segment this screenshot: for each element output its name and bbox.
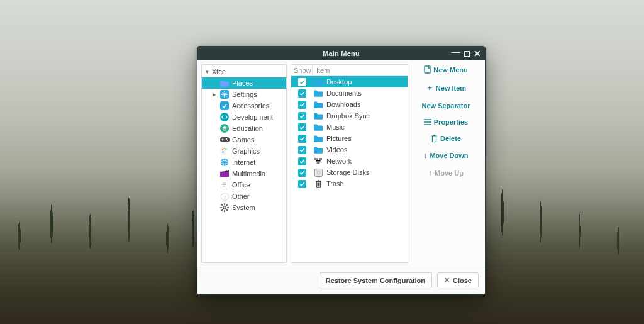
tree-item-label: Education — [232, 125, 263, 132]
maximize-icon[interactable] — [464, 51, 470, 57]
new-item-button[interactable]: ＋ New Item — [426, 82, 466, 93]
svg-point-2 — [223, 93, 226, 96]
delete-button[interactable]: Delete — [431, 135, 461, 142]
item-label: Storage Disks — [326, 169, 369, 176]
folder-icon — [313, 90, 324, 97]
window-controls: — ✕ — [452, 47, 481, 60]
move-up-button: ↑ Move Up — [428, 169, 464, 177]
tree-item-label: Multimedia — [232, 170, 265, 177]
restore-button[interactable]: Restore System Configuration — [319, 272, 432, 288]
show-checkbox[interactable] — [291, 89, 313, 98]
caret-right-icon: ▸ — [213, 91, 219, 98]
list-item[interactable]: Network — [291, 155, 408, 167]
list-item[interactable]: Videos — [291, 144, 408, 155]
new-separator-button[interactable]: New Separator — [421, 102, 470, 109]
arrow-up-icon: ↑ — [428, 169, 432, 177]
tree-item-graphics[interactable]: Graphics — [202, 145, 286, 157]
titlebar[interactable]: Main Menu — ✕ — [197, 47, 485, 60]
folder-icon — [313, 147, 324, 154]
window-body: ▾ Xfce Places▸SettingsAccessoriesDevelop… — [197, 60, 485, 267]
tree-item-label: Internet — [232, 159, 255, 166]
svg-point-8 — [227, 140, 228, 141]
list-item[interactable]: Pictures — [291, 133, 408, 144]
tree-item-settings[interactable]: ▸Settings — [202, 89, 286, 100]
list-item[interactable]: Music — [291, 121, 408, 133]
document-icon — [424, 65, 431, 74]
dev-icon — [219, 113, 230, 121]
minimize-icon[interactable]: — — [452, 48, 460, 57]
svg-rect-36 — [425, 66, 430, 73]
show-checkbox[interactable] — [291, 169, 313, 177]
tree-item-system[interactable]: System — [202, 202, 286, 213]
svg-point-12 — [225, 148, 226, 150]
svg-rect-17 — [220, 172, 229, 177]
folder-icon — [313, 79, 324, 86]
folder-icon — [313, 101, 324, 108]
tree-item-office[interactable]: Office — [202, 179, 286, 191]
move-down-button[interactable]: ↓ Move Down — [423, 151, 468, 160]
window-title: Main Menu — [323, 50, 360, 57]
items-panel: Show Item DesktopDocumentsDownloadsDropb… — [291, 64, 408, 263]
actions-panel: New Menu ＋ New Item New Separator Proper… — [412, 64, 480, 263]
items-header: Show Item — [291, 65, 408, 76]
svg-rect-25 — [314, 103, 323, 108]
column-item[interactable]: Item — [313, 65, 408, 75]
tree-item-accessories[interactable]: Accessories — [202, 100, 286, 111]
tree-item-internet[interactable]: Internet — [202, 157, 286, 168]
close-icon[interactable]: ✕ — [474, 49, 481, 58]
item-label: Documents — [326, 89, 362, 97]
show-checkbox[interactable] — [291, 135, 313, 143]
svg-rect-28 — [314, 137, 323, 142]
tree-item-games[interactable]: Games — [202, 134, 286, 145]
tree-item-label: Other — [232, 193, 250, 200]
tree-item-education[interactable]: Education — [202, 123, 286, 134]
show-checkbox[interactable] — [291, 146, 313, 154]
item-label: Dropbox Sync — [326, 112, 370, 120]
network-icon — [313, 157, 324, 165]
show-checkbox[interactable] — [291, 157, 313, 165]
item-label: Pictures — [326, 135, 352, 142]
svg-rect-31 — [319, 158, 322, 160]
svg-rect-23 — [314, 81, 323, 85]
tree-item-other[interactable]: ?Other — [202, 191, 286, 202]
item-label: Network — [326, 157, 352, 165]
tree-item-multimedia[interactable]: Multimedia — [202, 168, 286, 179]
show-checkbox[interactable] — [291, 101, 313, 109]
office-icon — [219, 181, 230, 189]
svg-rect-29 — [314, 148, 323, 153]
show-checkbox[interactable] — [291, 78, 313, 86]
svg-rect-30 — [314, 158, 318, 160]
svg-point-13 — [222, 151, 223, 152]
list-item[interactable]: Trash — [291, 178, 408, 189]
new-menu-button[interactable]: New Menu — [424, 65, 467, 74]
category-tree[interactable]: ▾ Xfce Places▸SettingsAccessoriesDevelop… — [201, 64, 287, 263]
tree-item-places[interactable]: Places — [202, 77, 286, 89]
list-item[interactable]: Documents — [291, 87, 408, 99]
column-show[interactable]: Show — [291, 65, 313, 75]
svg-point-14 — [221, 159, 228, 166]
close-button[interactable]: ✕ Close — [437, 272, 479, 288]
svg-rect-24 — [314, 92, 323, 96]
svg-point-4 — [220, 113, 229, 121]
show-checkbox[interactable] — [291, 180, 313, 188]
properties-button[interactable]: Properties — [424, 118, 468, 126]
tree-root-label: Xfce — [212, 68, 226, 75]
tree-item-label: Office — [232, 181, 250, 189]
tree-item-development[interactable]: Development — [202, 111, 286, 123]
tree-item-label: Settings — [232, 91, 257, 98]
list-item[interactable]: Storage Disks — [291, 167, 408, 178]
items-list[interactable]: DesktopDocumentsDownloadsDropbox SyncMus… — [291, 76, 408, 262]
svg-point-22 — [224, 207, 226, 209]
show-checkbox[interactable] — [291, 112, 313, 120]
svg-rect-3 — [220, 101, 229, 110]
list-item[interactable]: Desktop — [291, 76, 408, 87]
list-item[interactable]: Downloads — [291, 99, 408, 110]
tree-root-xfce[interactable]: ▾ Xfce — [202, 66, 286, 77]
item-label: Music — [326, 123, 345, 131]
folder-icon — [313, 124, 324, 131]
show-checkbox[interactable] — [291, 123, 313, 131]
tree-item-label: Development — [232, 113, 273, 121]
main-menu-window: Main Menu — ✕ ▾ Xfce Places▸SettingsAcce… — [197, 46, 486, 295]
list-item[interactable]: Dropbox Sync — [291, 110, 408, 121]
svg-rect-27 — [314, 126, 323, 130]
